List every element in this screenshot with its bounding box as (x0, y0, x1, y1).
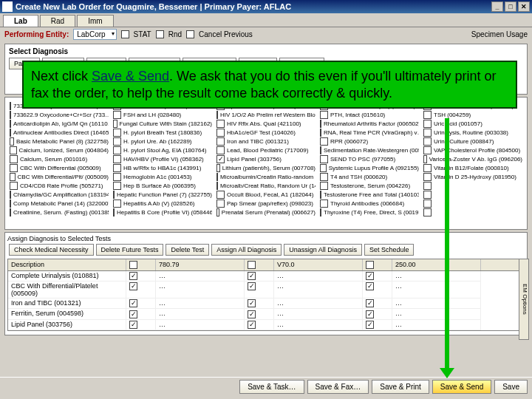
col-checkbox[interactable] (366, 261, 374, 269)
test-item[interactable] (423, 208, 522, 216)
test-checkbox[interactable] (216, 111, 218, 119)
order-checkbox[interactable] (366, 321, 374, 329)
footer-btn-save-task-[interactable]: Save & Task… (239, 380, 304, 394)
test-item[interactable]: CBC With Differential/Plt/ (005009) (10, 173, 109, 181)
test-checkbox[interactable] (216, 129, 225, 137)
test-item[interactable]: Prenatal Serum (Prenatal) (006627) (216, 208, 316, 216)
test-checkbox[interactable] (216, 208, 219, 216)
tab-lab[interactable]: Lab (3, 15, 38, 27)
maximize-button[interactable]: □ (505, 1, 516, 12)
test-checkbox[interactable] (113, 173, 121, 181)
test-item[interactable]: FSH and LH (028480) (113, 111, 212, 119)
test-item[interactable]: CBC With Differential (005009) (10, 164, 109, 172)
test-checkbox[interactable] (113, 155, 121, 163)
order-checkbox[interactable] (129, 299, 137, 307)
test-item[interactable]: Lithium (patient/h), Serum (007708) (216, 164, 316, 172)
test-checkbox[interactable] (113, 146, 121, 154)
test-checkbox[interactable] (216, 120, 225, 128)
test-item[interactable]: Testosterone Free and Total (140103) (320, 191, 419, 199)
test-item[interactable]: Thyroxine (T4) Free, Direct, S (001974) (320, 208, 419, 216)
test-checkbox[interactable] (320, 146, 321, 154)
test-item[interactable] (423, 182, 522, 190)
test-item[interactable]: Hemoglobin A1c (001453) (113, 173, 212, 181)
tab-rad[interactable]: Rad (40, 15, 75, 27)
test-item[interactable]: Lipid Panel (303756) (216, 155, 316, 163)
test-item[interactable]: Antinuclear Antibodies Direct (164656) (10, 129, 109, 137)
test-item[interactable]: Calcium, Serum (001016) (10, 155, 109, 163)
assign-btn-5[interactable]: Set Schedule (364, 244, 415, 256)
test-checkbox[interactable] (320, 111, 328, 119)
test-item[interactable]: Lead, Blood Pediatric (717009) (216, 146, 316, 154)
order-checkbox[interactable] (248, 282, 256, 290)
test-checkbox[interactable] (113, 191, 115, 199)
em-options-sidetab[interactable]: EM Options (519, 259, 529, 340)
test-checkbox[interactable] (423, 182, 432, 190)
close-button[interactable]: ✕ (518, 1, 530, 12)
order-checkbox[interactable] (366, 272, 374, 280)
footer-btn-save-print[interactable]: Save & Print (372, 380, 429, 394)
test-item[interactable]: VAP Cholesterol Profile (804500) (423, 146, 522, 154)
test-checkbox[interactable] (10, 137, 14, 146)
test-item[interactable]: TSH (004259) (423, 111, 522, 119)
test-checkbox[interactable] (320, 155, 328, 163)
test-item[interactable]: Microalb/Creat Ratio, Random Ur (140… (216, 182, 316, 190)
test-checkbox[interactable] (10, 200, 11, 208)
assign-btn-1[interactable]: Delete Future Tests (96, 244, 164, 256)
test-item[interactable]: Hep B Surface Ab (006395) (113, 182, 212, 190)
test-item[interactable]: H. pylori Breath Test (180836) (113, 129, 212, 137)
order-checkbox[interactable] (129, 310, 137, 318)
test-checkbox[interactable] (10, 146, 17, 154)
test-item[interactable] (423, 191, 522, 199)
order-checkbox[interactable] (129, 272, 137, 280)
test-item[interactable]: HIV Rflx Abs. Qual (421100) (216, 120, 316, 128)
assign-btn-4[interactable]: Unassign All Diagnosis (284, 244, 362, 256)
test-item[interactable]: Anticardiolipin Ab, IgG/M Qn (16110… (10, 120, 109, 128)
performing-entity-select[interactable]: LabCorp (73, 29, 116, 40)
order-checkbox[interactable] (366, 299, 374, 307)
test-item[interactable]: RPR (006072) (320, 137, 419, 146)
test-item[interactable]: Urinalysis, Routine (003038) (423, 129, 522, 137)
test-checkbox[interactable] (320, 129, 321, 137)
test-item[interactable]: Pap Smear (pap/reflex) (098023) (216, 200, 316, 208)
footer-btn-save-send[interactable]: Save & Send (432, 380, 491, 394)
test-checkbox[interactable] (423, 191, 432, 199)
test-item[interactable]: Microalbumin/Creatin Ratio-random (140… (216, 173, 316, 181)
test-checkbox[interactable] (216, 164, 220, 172)
test-checkbox[interactable] (320, 173, 328, 181)
tab-imm[interactable]: Imm (77, 15, 113, 27)
test-checkbox[interactable] (113, 129, 121, 137)
rnd-checkbox[interactable] (156, 30, 164, 38)
test-checkbox[interactable] (423, 164, 432, 172)
test-checkbox[interactable] (320, 191, 321, 199)
order-checkbox[interactable] (366, 282, 374, 290)
test-checkbox[interactable] (10, 182, 18, 190)
test-checkbox[interactable] (216, 182, 218, 190)
test-checkbox[interactable] (113, 208, 115, 216)
test-item[interactable]: Hepatitis A Ab (V) (028526) (113, 200, 212, 208)
test-item[interactable]: RNA, Real Time PCR (ViraGraph) v… (320, 129, 419, 137)
test-item[interactable]: Occult Blood, Fecal, A1 (182044) (216, 191, 316, 199)
test-item[interactable]: PTH, Intact (015610) (320, 111, 419, 119)
test-checkbox[interactable] (113, 182, 121, 190)
order-checkbox[interactable] (366, 310, 374, 318)
test-checkbox[interactable] (10, 155, 18, 163)
test-item[interactable]: CD4/CD8 Rate Profile (505271) (10, 182, 109, 190)
test-item[interactable]: HIV 1/O/2 Ab Prelim ref Western Blot… (216, 111, 316, 119)
test-checkbox[interactable] (10, 191, 11, 199)
minimize-button[interactable]: _ (491, 1, 503, 12)
test-checkbox[interactable] (423, 173, 432, 181)
test-checkbox[interactable] (320, 137, 328, 146)
test-item[interactable]: Comp Metabolic Panel (14) (322000) (10, 200, 109, 208)
col-checkbox[interactable] (129, 261, 137, 269)
footer-btn-save[interactable]: Save (494, 380, 528, 394)
test-checkbox[interactable] (10, 164, 18, 172)
test-item[interactable]: H. pylori Stool Ag, EIA (180764) (113, 146, 212, 154)
test-checkbox[interactable] (423, 111, 432, 119)
test-checkbox[interactable] (10, 129, 11, 137)
test-checkbox[interactable] (423, 120, 432, 128)
test-item[interactable]: Testosterone, Serum (004226) (320, 182, 419, 190)
test-checkbox[interactable] (113, 200, 121, 208)
specimen-usage-link[interactable]: Specimen Usage (471, 30, 528, 38)
test-checkbox[interactable] (423, 208, 432, 216)
cancel-checkbox[interactable] (186, 30, 194, 38)
